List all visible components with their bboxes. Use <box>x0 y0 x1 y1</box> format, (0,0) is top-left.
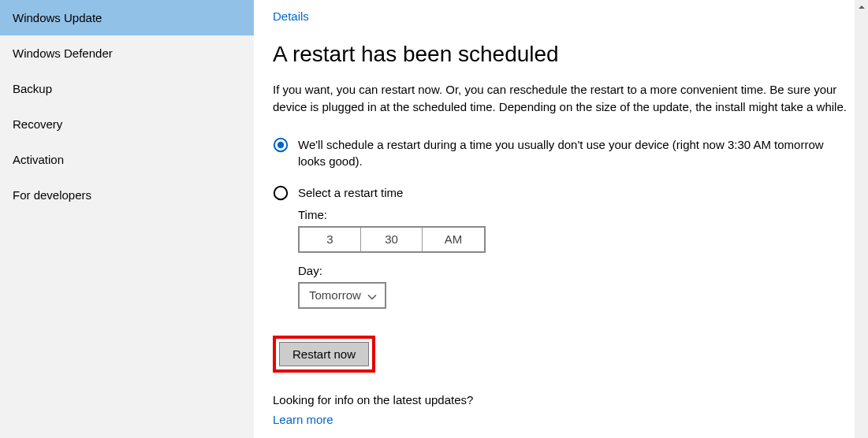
restart-option-auto-label: We'll schedule a restart during a time y… <box>298 136 849 171</box>
vertical-scrollbar[interactable] <box>855 0 868 438</box>
sidebar-item-label: For developers <box>13 188 91 202</box>
radio-unchecked-icon <box>273 185 289 201</box>
svg-point-2 <box>274 187 287 199</box>
sidebar-item-label: Windows Update <box>13 11 102 24</box>
restart-now-highlight: Restart now <box>273 336 375 373</box>
svg-point-1 <box>278 141 284 147</box>
time-hour-cell[interactable]: 3 <box>300 228 361 251</box>
chevron-down-icon <box>367 291 377 300</box>
sidebar-item-label: Recovery <box>13 117 62 131</box>
sidebar-item-windows-defender[interactable]: Windows Defender <box>0 35 254 71</box>
settings-sidebar: Windows Update Windows Defender Backup R… <box>0 0 254 438</box>
page-description: If you want, you can restart now. Or, yo… <box>273 81 849 116</box>
day-select[interactable]: Tomorrow <box>298 282 386 309</box>
restart-option-manual[interactable]: Select a restart time <box>273 184 849 202</box>
time-ampm-cell[interactable]: AM <box>423 228 484 251</box>
sidebar-item-label: Backup <box>13 82 52 95</box>
sidebar-item-windows-update[interactable]: Windows Update <box>0 0 254 35</box>
restart-option-manual-label: Select a restart time <box>298 184 403 202</box>
sidebar-item-backup[interactable]: Backup <box>0 71 254 106</box>
sidebar-item-for-developers[interactable]: For developers <box>0 177 254 213</box>
learn-more-link[interactable]: Learn more <box>273 413 849 426</box>
page-heading: A restart has been scheduled <box>273 42 849 67</box>
manual-time-block: Time: 3 30 AM Day: Tomorrow <box>298 208 849 309</box>
details-link[interactable]: Details <box>273 9 849 23</box>
time-picker: 3 30 AM <box>298 226 486 253</box>
time-label: Time: <box>298 208 849 221</box>
restart-now-button[interactable]: Restart now <box>279 342 369 366</box>
day-label: Day: <box>298 264 849 277</box>
sidebar-item-activation[interactable]: Activation <box>0 142 254 177</box>
radio-checked-icon <box>273 137 289 153</box>
day-select-value: Tomorrow <box>309 288 361 302</box>
restart-option-auto[interactable]: We'll schedule a restart during a time y… <box>273 136 849 171</box>
more-info-text: Looking for info on the latest updates? <box>273 393 849 406</box>
sidebar-item-label: Activation <box>13 153 64 166</box>
main-content: Details A restart has been scheduled If … <box>254 0 868 438</box>
sidebar-item-recovery[interactable]: Recovery <box>0 106 254 142</box>
scroll-up-arrow-icon[interactable] <box>855 0 868 13</box>
time-minute-cell[interactable]: 30 <box>361 228 423 251</box>
sidebar-item-label: Windows Defender <box>13 46 113 60</box>
